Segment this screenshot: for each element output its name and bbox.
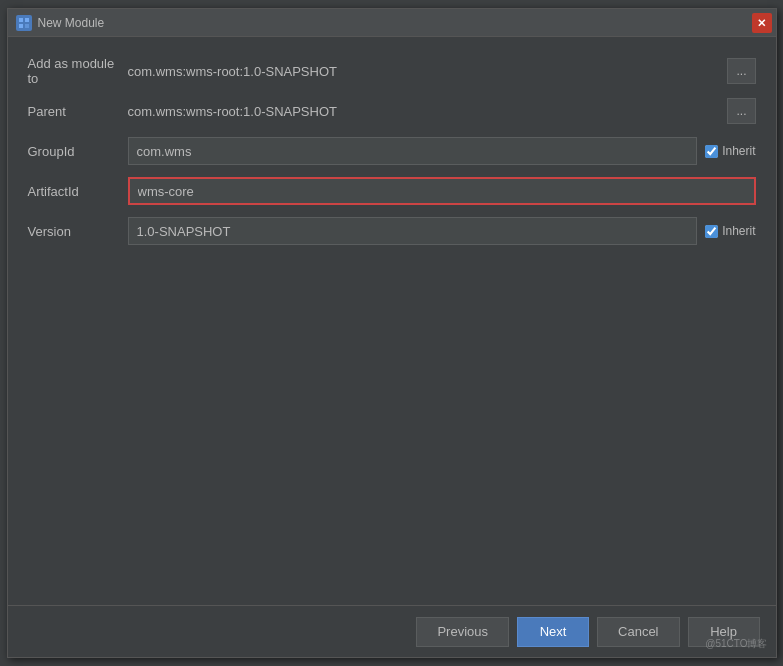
new-module-window: New Module ✕ Add as module to com.wms:wm… (7, 8, 777, 658)
footer: Previous Next Cancel Help @51CTO博客 (8, 605, 776, 657)
version-input[interactable] (128, 217, 698, 245)
title-bar: New Module ✕ (8, 9, 776, 37)
content-area: Add as module to com.wms:wms-root:1.0-SN… (8, 37, 776, 605)
group-id-inherit-checkbox[interactable] (705, 145, 718, 158)
version-inherit-checkbox[interactable] (705, 225, 718, 238)
window-title: New Module (38, 16, 768, 30)
parent-row: Parent com.wms:wms-root:1.0-SNAPSHOT ... (28, 93, 756, 129)
parent-browse-button[interactable]: ... (727, 98, 755, 124)
add-as-module-label: Add as module to (28, 56, 128, 86)
artifact-id-input[interactable] (128, 177, 756, 205)
version-inherit-label: Inherit (722, 224, 755, 238)
group-id-inherit-label: Inherit (722, 144, 755, 158)
svg-rect-2 (19, 24, 23, 28)
version-row: Version Inherit (28, 213, 756, 249)
previous-button[interactable]: Previous (416, 617, 509, 647)
close-button[interactable]: ✕ (752, 13, 772, 33)
group-id-row: GroupId Inherit (28, 133, 756, 169)
content-spacer (28, 253, 756, 589)
add-as-module-value: com.wms:wms-root:1.0-SNAPSHOT (128, 64, 720, 79)
svg-rect-0 (19, 18, 23, 22)
version-inherit-container: Inherit (705, 224, 755, 238)
artifact-id-row: ArtifactId (28, 173, 756, 209)
window-icon (16, 15, 32, 31)
add-as-module-row: Add as module to com.wms:wms-root:1.0-SN… (28, 53, 756, 89)
group-id-label: GroupId (28, 144, 128, 159)
add-as-module-browse-button[interactable]: ... (727, 58, 755, 84)
group-id-input[interactable] (128, 137, 698, 165)
svg-rect-3 (25, 24, 29, 28)
cancel-button[interactable]: Cancel (597, 617, 679, 647)
artifact-id-label: ArtifactId (28, 184, 128, 199)
parent-label: Parent (28, 104, 128, 119)
parent-value: com.wms:wms-root:1.0-SNAPSHOT (128, 104, 720, 119)
group-id-inherit-container: Inherit (705, 144, 755, 158)
version-label: Version (28, 224, 128, 239)
next-button[interactable]: Next (517, 617, 589, 647)
watermark: @51CTO博客 (705, 637, 767, 651)
svg-rect-1 (25, 18, 29, 22)
